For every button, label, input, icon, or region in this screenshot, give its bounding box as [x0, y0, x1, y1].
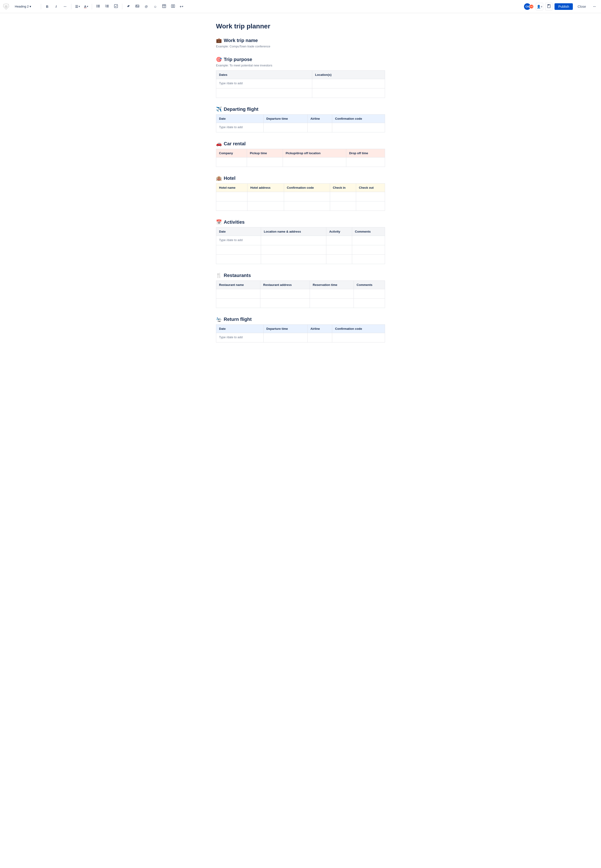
avatar-extra: +C — [529, 4, 534, 9]
table-cell-1-4[interactable] — [356, 201, 385, 211]
table-cell-0-1[interactable] — [263, 123, 308, 132]
table-cell-1-1[interactable] — [261, 245, 326, 255]
table-cell-1-0[interactable] — [216, 88, 312, 98]
table-cell-1-2[interactable] — [326, 245, 352, 255]
table-row — [216, 201, 385, 211]
table-header-0: Date — [216, 114, 264, 123]
table-cell-0-0[interactable] — [216, 289, 260, 298]
table-cell-1-0[interactable] — [216, 298, 260, 308]
section-trip-purpose: 🎯Trip purposeExample: To meet potential … — [216, 56, 385, 98]
add-collaborator-button[interactable]: 👤+ — [536, 3, 543, 10]
table-row — [216, 157, 385, 167]
table-cell-0-1[interactable] — [312, 79, 385, 88]
heading-selector[interactable]: Heading 2 ▾ — [13, 3, 38, 9]
align-button[interactable]: ☰ ▾ — [74, 3, 81, 10]
bullet-list-icon — [96, 4, 100, 9]
table-cell-0-2[interactable] — [308, 123, 332, 132]
table-header-1: Departure time — [263, 114, 308, 123]
table-cell-1-2[interactable] — [310, 298, 354, 308]
section-icon-work-trip-name: 💼 — [216, 38, 222, 43]
table-header-2: Airline — [308, 324, 332, 333]
emoji-button[interactable]: ☺ — [151, 3, 159, 10]
table-cell-0-0[interactable]: Type /date to add — [216, 333, 264, 343]
table-cell-1-3[interactable] — [352, 245, 385, 255]
table-cell-0-1[interactable] — [247, 192, 284, 201]
table-cell-0-3[interactable] — [330, 192, 356, 201]
svg-point-4 — [96, 7, 97, 8]
table-cell-0-3[interactable] — [352, 236, 385, 245]
table-cell-0-3[interactable] — [332, 123, 385, 132]
table-header-0: Dates — [216, 71, 312, 79]
table-cell-2-0[interactable] — [216, 255, 261, 264]
svg-rect-5 — [98, 7, 100, 7]
table-cell-2-1[interactable] — [261, 255, 326, 264]
table-header-1: Location(s) — [312, 71, 385, 79]
more-format-button[interactable]: ··· — [61, 3, 69, 10]
table-cell-0-2[interactable] — [326, 236, 352, 245]
section-heading-return-flight: 🛬Return flight — [216, 317, 385, 322]
table-cell-0-2[interactable] — [310, 289, 354, 298]
table-cell-2-2[interactable] — [326, 255, 352, 264]
section-icon-car-rental: 🚗 — [216, 141, 222, 146]
table-cell-0-3[interactable] — [332, 333, 385, 343]
table-cell-0-2[interactable] — [308, 333, 332, 343]
section-subtitle-work-trip-name: Example: CompuTown trade conference — [216, 44, 385, 48]
table-cell-0-1[interactable] — [261, 236, 326, 245]
table-cell-0-0[interactable] — [216, 192, 247, 201]
italic-button[interactable]: I — [52, 3, 60, 10]
toolbar: Heading 2 ▾ B I ··· ☰ ▾ A ▾ 1.2.3. — [0, 0, 601, 13]
table-cell-0-0[interactable]: Type /date to add — [216, 79, 312, 88]
table-cell-0-2[interactable] — [284, 192, 330, 201]
link-icon — [127, 4, 130, 9]
numbered-list-button[interactable]: 1.2.3. — [103, 3, 111, 10]
columns-button[interactable] — [169, 3, 177, 10]
svg-rect-3 — [98, 6, 100, 6]
table-cell-1-0[interactable] — [216, 245, 261, 255]
table-cell-0-3[interactable] — [354, 289, 385, 298]
bullet-list-button[interactable] — [95, 3, 102, 10]
checkbox-button[interactable] — [112, 3, 120, 10]
table-header-2: Confirmation code — [284, 184, 330, 192]
sections-container: 💼Work trip nameExample: CompuTown trade … — [216, 38, 385, 343]
table-cell-0-0[interactable]: Type /date to add — [216, 236, 261, 245]
table-button[interactable] — [160, 3, 168, 10]
section-label-departing-flight: Departing flight — [224, 107, 258, 112]
table-cell-1-3[interactable] — [354, 298, 385, 308]
table-hotel: Hotel nameHotel addressConfirmation code… — [216, 183, 385, 211]
link-button[interactable] — [125, 3, 132, 10]
table-cell-0-4[interactable] — [356, 192, 385, 201]
table-header-2: Airline — [308, 114, 332, 123]
image-button[interactable] — [134, 3, 141, 10]
table-cell-1-1[interactable] — [247, 201, 284, 211]
table-cell-2-3[interactable] — [352, 255, 385, 264]
table-cell-0-1[interactable] — [263, 333, 308, 343]
table-cell-1-3[interactable] — [330, 201, 356, 211]
insert-more-button[interactable]: + ▾ — [178, 3, 185, 10]
section-heading-trip-purpose: 🎯Trip purpose — [216, 56, 385, 62]
table-cell-1-1[interactable] — [312, 88, 385, 98]
table-trip-purpose: DatesLocation(s)Type /date to add — [216, 70, 385, 98]
close-button[interactable]: Close — [575, 3, 589, 10]
table-cell-0-2[interactable] — [283, 157, 346, 167]
table-cell-1-1[interactable] — [260, 298, 310, 308]
section-activities: 📅ActivitiesDateLocation name & addressAc… — [216, 219, 385, 264]
bold-button[interactable]: B — [43, 3, 51, 10]
section-return-flight: 🛬Return flightDateDeparture timeAirlineC… — [216, 317, 385, 343]
font-color-button[interactable]: A ▾ — [82, 3, 90, 10]
publish-button[interactable]: Publish — [555, 3, 573, 10]
table-cell-0-0[interactable]: Type /date to add — [216, 123, 264, 132]
table-header-3: Confirmation code — [332, 324, 385, 333]
table-cell-1-0[interactable] — [216, 201, 247, 211]
table-cell-0-0[interactable] — [216, 157, 247, 167]
table-cell-0-3[interactable] — [346, 157, 385, 167]
table-return-flight: DateDeparture timeAirlineConfirmation co… — [216, 324, 385, 343]
save-button[interactable] — [545, 3, 553, 10]
table-header-1: Departure time — [263, 324, 308, 333]
table-cell-0-1[interactable] — [260, 289, 310, 298]
table-header-2: Activity — [326, 227, 352, 236]
table-cell-0-1[interactable] — [247, 157, 283, 167]
more-options-button[interactable]: ··· — [591, 3, 598, 10]
mention-button[interactable]: @ — [142, 3, 150, 10]
table-cell-1-2[interactable] — [284, 201, 330, 211]
table-header-1: Hotel address — [247, 184, 284, 192]
